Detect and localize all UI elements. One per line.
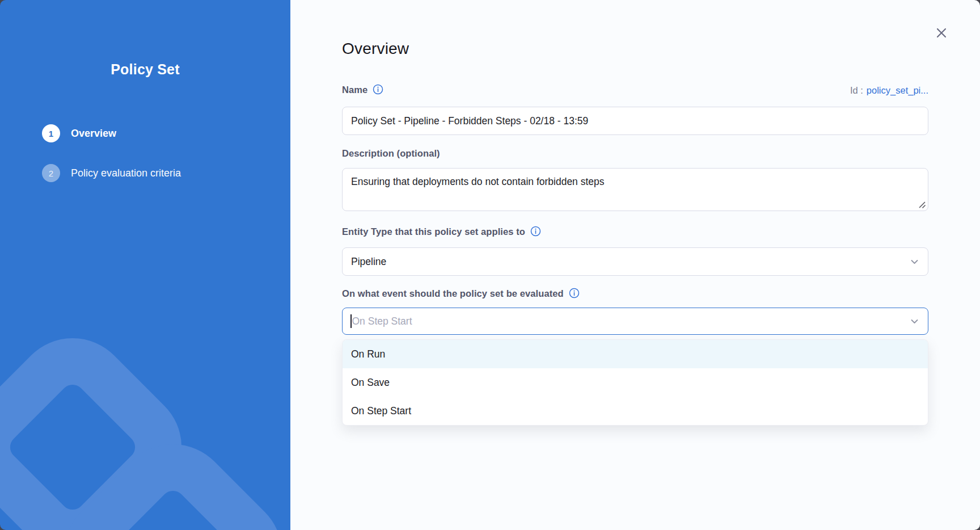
harness-logo-watermark [0,0,290,530]
description-label: Description (optional) [342,148,440,159]
chevron-down-icon [910,317,919,326]
wizard-title: Policy Set [0,61,290,78]
entity-type-label: Entity Type that this policy set applies… [342,226,541,237]
entity-type-select[interactable]: Pipeline [342,247,928,276]
id-prefix: Id : [850,85,863,96]
entity-type-value: Pipeline [351,256,386,268]
info-icon[interactable] [569,288,580,298]
description-textarea[interactable]: Ensuring that deployments do not contain… [342,168,928,211]
menu-item-on-save[interactable]: On Save [343,368,928,397]
event-options-menu: On Run On Save On Step Start [342,339,928,426]
step-number-badge: 2 [42,164,60,182]
step-policy-evaluation-criteria[interactable]: 2 Policy evaluation criteria [42,164,181,182]
name-input[interactable] [342,107,928,135]
menu-item-on-run[interactable]: On Run [343,340,928,368]
name-label: Name [342,85,383,95]
info-icon[interactable] [530,226,541,237]
text-caret [350,314,352,328]
chevron-down-icon [910,257,919,267]
close-button[interactable] [933,25,949,41]
step-number-badge: 1 [42,124,60,142]
id-link[interactable]: policy_set_pi... [867,85,928,96]
event-combobox[interactable] [342,308,928,335]
step-label: Policy evaluation criteria [71,167,181,179]
policy-set-modal: Policy Set 1 Overview 2 Policy evaluatio… [0,0,980,530]
step-label: Overview [71,128,116,140]
event-label: On what event should the policy set be e… [342,288,580,299]
page-title: Overview [342,40,409,58]
wizard-steps: 1 Overview 2 Policy evaluation criteria [42,124,181,182]
menu-item-on-step-start[interactable]: On Step Start [343,397,928,425]
description-field-wrap: Ensuring that deployments do not contain… [342,168,928,211]
entity-id: Id : policy_set_pi... [850,85,928,96]
close-icon [935,27,948,39]
wizard-sidebar: Policy Set 1 Overview 2 Policy evaluatio… [0,0,290,530]
event-input[interactable] [352,316,920,327]
step-overview[interactable]: 1 Overview [42,124,181,142]
info-icon[interactable] [373,84,383,95]
overview-panel: Overview Name Id : policy_set_pi... Desc… [290,0,980,530]
